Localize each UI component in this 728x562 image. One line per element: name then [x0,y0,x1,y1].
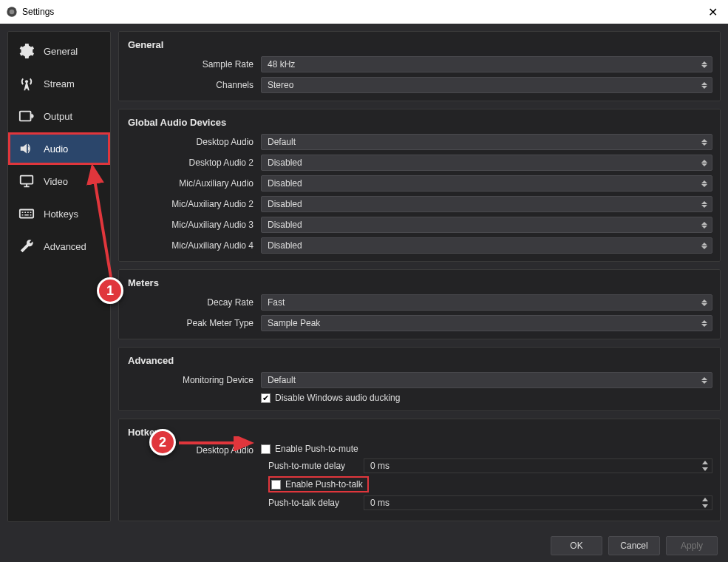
group-hotkeys: Hotkeys Desktop Audio Enable Push-to-mut… [118,419,721,521]
peak-meter-combo[interactable]: Sample Peak [261,315,712,331]
keyboard-icon [17,206,36,221]
device-label: Desktop Audio [126,137,261,147]
spinner-icon[interactable] [698,239,710,252]
channels-combo[interactable]: Stereo [261,77,712,93]
ok-button[interactable]: OK [551,536,602,555]
decay-rate-label: Decay Rate [126,297,261,308]
group-title: General [126,38,712,56]
group-title: Meters [126,276,712,294]
spinner-icon[interactable] [700,460,710,472]
svg-rect-5 [20,210,33,218]
channels-label: Channels [126,80,261,90]
group-advanced: Advanced Monitoring DeviceDefault Disabl… [118,347,721,411]
svg-rect-4 [21,176,33,184]
sidebar-item-audio[interactable]: Audio [8,132,110,165]
sample-rate-combo[interactable]: 48 kHz [261,56,712,72]
disable-ducking-label: Disable Windows audio ducking [275,393,400,403]
sample-rate-label: Sample Rate [126,59,261,70]
gear-icon [17,44,36,58]
spinner-icon[interactable] [698,373,710,387]
push-to-mute-checkbox[interactable] [261,444,271,454]
group-title: Global Audio Devices [126,115,712,134]
sidebar-item-label: Advanced [44,241,86,252]
group-general: General Sample Rate 48 kHz Channels Ster… [118,31,721,101]
dialog-footer: OK Cancel Apply [0,529,728,562]
close-button[interactable]: ✕ [704,5,722,19]
spinner-icon[interactable] [698,296,710,309]
sidebar-item-label: Audio [44,143,68,155]
svg-point-1 [10,10,15,15]
spinner-icon[interactable] [698,58,710,71]
spinner-icon[interactable] [698,197,710,211]
ptm-delay-label: Push-to-mute delay [268,461,353,471]
annotation-callout-1: 1 [97,277,123,304]
spinner-icon[interactable] [698,156,710,169]
sidebar-item-label: General [44,46,78,57]
ptm-delay-field[interactable]: 0 ms [364,458,712,473]
svg-point-2 [25,80,28,83]
settings-sidebar: General Stream Output Audio Video [7,31,111,522]
spinner-icon[interactable] [698,78,710,92]
sidebar-item-output[interactable]: Output [8,100,110,132]
output-icon [17,109,36,123]
ptt-delay-label: Push-to-talk delay [268,498,353,508]
desktop-audio-combo[interactable]: Default [261,134,712,150]
titlebar: Settings ✕ [0,0,728,24]
spinner-icon[interactable] [700,497,710,509]
ptt-delay-field[interactable]: 0 ms [364,495,712,510]
speaker-icon [17,141,36,156]
antenna-icon [17,76,36,91]
monitoring-device-label: Monitoring Device [126,375,261,385]
sidebar-item-label: Output [44,111,72,122]
tools-icon [17,239,36,254]
group-title: Hotkeys [126,425,712,444]
push-to-talk-label: Enable Push-to-talk [285,479,363,490]
sidebar-item-label: Video [44,176,68,187]
monitor-icon [17,174,36,189]
hotkey-device-label: Desktop Audio [126,444,261,456]
device-label: Mic/Auxiliary Audio [126,178,261,189]
sidebar-item-advanced[interactable]: Advanced [8,230,110,263]
sidebar-item-label: Stream [44,78,75,89]
monitoring-device-combo[interactable]: Default [261,372,712,388]
annotation-highlight-ptt: Enable Push-to-talk [268,476,369,492]
apply-button[interactable]: Apply [666,536,718,555]
push-to-mute-label: Enable Push-to-mute [275,444,358,454]
sidebar-item-video[interactable]: Video [8,165,110,197]
group-title: Advanced [126,353,712,372]
sidebar-item-hotkeys[interactable]: Hotkeys [8,197,110,230]
settings-content: General Sample Rate 48 kHz Channels Ster… [118,31,721,522]
mic-aux-4-combo[interactable]: Disabled [261,237,712,254]
device-label: Mic/Auxiliary Audio 3 [126,220,261,230]
mic-aux-3-combo[interactable]: Disabled [261,217,712,233]
sidebar-item-stream[interactable]: Stream [8,67,110,100]
cancel-button[interactable]: Cancel [608,536,660,555]
group-global-audio: Global Audio Devices Desktop AudioDefaul… [118,109,721,262]
device-label: Desktop Audio 2 [126,158,261,168]
spinner-icon[interactable] [698,177,710,190]
mic-aux-2-combo[interactable]: Disabled [261,196,712,212]
mic-aux-combo[interactable]: Disabled [261,175,712,192]
push-to-talk-checkbox[interactable] [271,480,281,490]
app-icon [6,6,18,18]
svg-rect-3 [20,112,31,121]
peak-meter-label: Peak Meter Type [126,318,261,328]
device-label: Mic/Auxiliary Audio 4 [126,240,261,251]
device-label: Mic/Auxiliary Audio 2 [126,199,261,209]
spinner-icon[interactable] [698,135,710,149]
annotation-callout-2: 2 [149,429,176,456]
spinner-icon[interactable] [698,316,710,330]
window-title: Settings [22,7,54,17]
sidebar-item-general[interactable]: General [8,35,110,67]
group-meters: Meters Decay RateFast Peak Meter TypeSam… [118,269,721,339]
spinner-icon[interactable] [698,218,710,231]
decay-rate-combo[interactable]: Fast [261,294,712,311]
disable-ducking-checkbox[interactable] [261,393,271,403]
sidebar-item-label: Hotkeys [44,209,78,220]
desktop-audio-2-combo[interactable]: Disabled [261,155,712,171]
